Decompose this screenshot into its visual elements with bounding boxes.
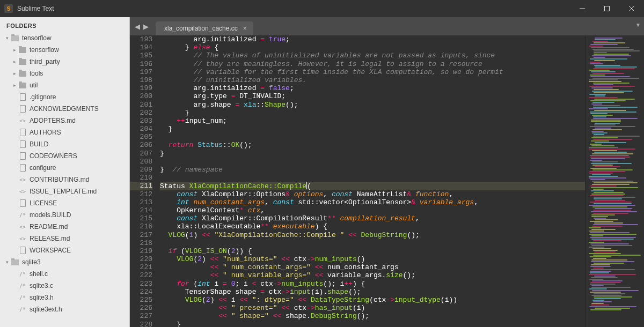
tree-item[interactable]: .gitignore: [0, 91, 129, 103]
folder-icon: [18, 71, 27, 77]
tab-filename: xla_compilation_cache.cc: [164, 25, 238, 32]
tree-item[interactable]: CODEOWNERS: [0, 150, 129, 162]
sidebar-header: FOLDERS: [0, 20, 129, 32]
tree-item-label: WORKSPACE: [30, 247, 71, 254]
tree-item-label: tensorflow: [22, 34, 52, 42]
minimize-button[interactable]: [570, 0, 595, 17]
chevron-right-icon[interactable]: ▸: [11, 83, 18, 88]
folder-icon: [18, 83, 27, 88]
code-file-icon: /*: [18, 307, 27, 313]
tree-item[interactable]: ▸tools: [0, 68, 129, 79]
nav-back-icon[interactable]: ◀: [133, 23, 142, 31]
tree-item[interactable]: <>CONTRIBUTING.md: [0, 174, 129, 185]
tree-item-label: sqlite3.c: [30, 282, 53, 289]
file-icon: [18, 152, 27, 160]
tree-item-label: sqlite3ext.h: [30, 306, 62, 313]
tree-item-label: ACKNOWLEDGMENTS: [30, 105, 99, 113]
tree-item-label: CODEOWNERS: [30, 152, 77, 160]
tree-item[interactable]: /*sqlite3.h: [0, 292, 129, 303]
tree-item-label: ADOPTERS.md: [30, 117, 76, 124]
code-file-icon: /*: [18, 271, 27, 277]
file-icon: [18, 164, 27, 172]
code-file-icon: /*: [18, 283, 27, 289]
tree-item[interactable]: /*sqlite3.c: [0, 280, 129, 292]
tree-item[interactable]: configure: [0, 162, 129, 174]
tree-item-label: sqlite3: [22, 258, 41, 266]
markdown-file-icon: <>: [18, 118, 27, 124]
file-icon: [18, 199, 27, 207]
code-content[interactable]: arg.initialized = true; } else { // The …: [158, 35, 585, 327]
line-gutter[interactable]: 1931941951961971981992002012022032042052…: [130, 35, 158, 327]
tree-item-label: models.BUILD: [30, 211, 71, 219]
chevron-down-icon[interactable]: ▾: [3, 259, 11, 265]
file-icon: [18, 140, 27, 148]
app-icon: S: [4, 4, 13, 13]
chevron-right-icon[interactable]: ▸: [11, 71, 18, 76]
chevron-down-icon[interactable]: ▾: [3, 35, 11, 41]
markdown-file-icon: <>: [18, 236, 27, 242]
folder-icon: [11, 259, 19, 265]
tree-item-label: README.md: [30, 223, 68, 231]
tree-item[interactable]: <>README.md: [0, 221, 129, 233]
code-file-icon: /*: [18, 295, 27, 301]
tree-item[interactable]: BUILD: [0, 138, 129, 150]
tree-item-label: sqlite3.h: [30, 294, 54, 301]
tree-item-label: third_party: [30, 58, 60, 65]
tree-item[interactable]: <>ADOPTERS.md: [0, 115, 129, 127]
tree-item-label: AUTHORS: [30, 129, 61, 136]
file-icon: [18, 93, 27, 101]
file-icon: [18, 247, 27, 254]
editor-area: ◀ ▶ xla_compilation_cache.cc × ▼ 1931941…: [130, 17, 644, 327]
tree-item[interactable]: AUTHORS: [0, 127, 129, 138]
tab-bar: ◀ ▶ xla_compilation_cache.cc × ▼: [130, 17, 644, 35]
chevron-right-icon[interactable]: ▸: [11, 47, 18, 53]
markdown-file-icon: <>: [18, 189, 27, 195]
chevron-right-icon[interactable]: ▸: [11, 59, 18, 64]
sidebar[interactable]: FOLDERS ▾tensorflow▸tensorflow▸third_par…: [0, 17, 130, 327]
tree-item-label: util: [30, 81, 38, 89]
tree-item[interactable]: /*shell.c: [0, 268, 129, 280]
tree-item[interactable]: <>RELEASE.md: [0, 233, 129, 244]
tree-item[interactable]: ▸tensorflow: [0, 44, 129, 56]
folder-icon: [11, 35, 19, 41]
tab-dropdown-icon[interactable]: ▼: [635, 22, 641, 28]
tree-item-label: .gitignore: [30, 93, 56, 101]
tree-item-label: tensorflow: [30, 46, 59, 54]
minimap[interactable]: [585, 35, 644, 327]
tree-item-label: shell.c: [30, 270, 48, 278]
file-icon: [18, 129, 27, 136]
nav-forward-icon[interactable]: ▶: [142, 23, 150, 31]
file-icon: [18, 105, 27, 113]
tree-item[interactable]: ▸util: [0, 79, 129, 91]
markdown-file-icon: <>: [18, 177, 27, 183]
file-tab[interactable]: xla_compilation_cache.cc ×: [156, 21, 253, 35]
tree-item[interactable]: ▾sqlite3: [0, 256, 129, 268]
tree-item[interactable]: ▸third_party: [0, 56, 129, 68]
svg-rect-1: [605, 6, 610, 11]
tree-item-label: BUILD: [30, 140, 48, 148]
tree-item[interactable]: WORKSPACE: [0, 244, 129, 256]
tab-close-icon[interactable]: ×: [243, 25, 247, 32]
close-button[interactable]: [619, 0, 644, 17]
maximize-button[interactable]: [595, 0, 619, 17]
tree-item[interactable]: LICENSE: [0, 197, 129, 209]
tree-item[interactable]: /*models.BUILD: [0, 209, 129, 221]
markdown-file-icon: <>: [18, 224, 27, 230]
tree-item-label: CONTRIBUTING.md: [30, 176, 89, 183]
app-title: Sublime Text: [17, 5, 54, 12]
tree-item[interactable]: ▾tensorflow: [0, 32, 129, 44]
title-bar: S Sublime Text: [0, 0, 644, 17]
tree-item-label: LICENSE: [30, 199, 57, 207]
tree-item[interactable]: ACKNOWLEDGMENTS: [0, 103, 129, 115]
code-file-icon: /*: [18, 212, 27, 218]
tree-item[interactable]: <>ISSUE_TEMPLATE.md: [0, 185, 129, 197]
tree-item-label: RELEASE.md: [30, 235, 70, 242]
folder-icon: [18, 47, 27, 53]
tree-item-label: ISSUE_TEMPLATE.md: [30, 188, 97, 195]
tree-item-label: configure: [30, 164, 56, 172]
tree-item[interactable]: /*sqlite3ext.h: [0, 303, 129, 315]
tree-item-label: tools: [30, 70, 43, 77]
folder-icon: [18, 59, 27, 65]
